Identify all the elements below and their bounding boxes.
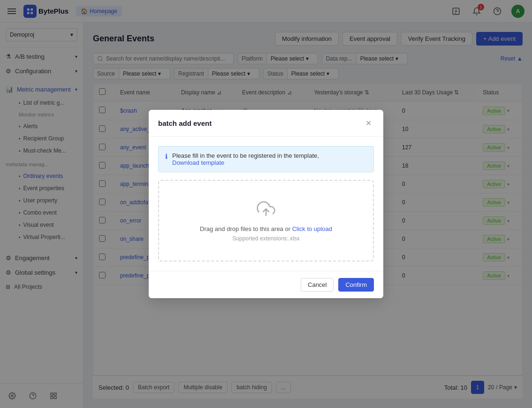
- upload-area[interactable]: Drag and drop files to this area or Clic…: [158, 180, 374, 262]
- info-content: Please fill in the event to be registere…: [172, 152, 319, 166]
- batch-add-modal: batch add event ✕ ℹ Please fill in the e…: [149, 110, 383, 298]
- modal-overlay[interactable]: batch add event ✕ ℹ Please fill in the e…: [0, 0, 532, 408]
- modal-title: batch add event: [158, 119, 212, 127]
- modal-footer: Cancel Confirm: [149, 271, 383, 298]
- modal-body: ℹ Please fill in the event to be registe…: [149, 137, 383, 271]
- modal-header: batch add event ✕: [149, 110, 383, 137]
- info-circle-icon: ℹ: [165, 153, 167, 160]
- confirm-button[interactable]: Confirm: [338, 278, 374, 292]
- info-box: ℹ Please fill in the event to be registe…: [158, 146, 374, 172]
- upload-text: Drag and drop files to this area or Clic…: [168, 225, 364, 232]
- upload-cloud-icon: [168, 200, 364, 220]
- upload-click-text[interactable]: Click to upload: [292, 225, 332, 232]
- upload-extensions: Supported extensions:.xlsx: [168, 235, 364, 242]
- info-text: Please fill in the event to be registere…: [172, 152, 319, 159]
- upload-main-text: Drag and drop files to this area or: [200, 225, 290, 232]
- app-layout: BytePlus 🏠 Homepage 1 A Demoproj: [0, 0, 532, 408]
- cancel-button[interactable]: Cancel: [301, 278, 334, 292]
- modal-close-button[interactable]: ✕: [363, 117, 374, 129]
- download-template-link[interactable]: Download template: [172, 159, 224, 166]
